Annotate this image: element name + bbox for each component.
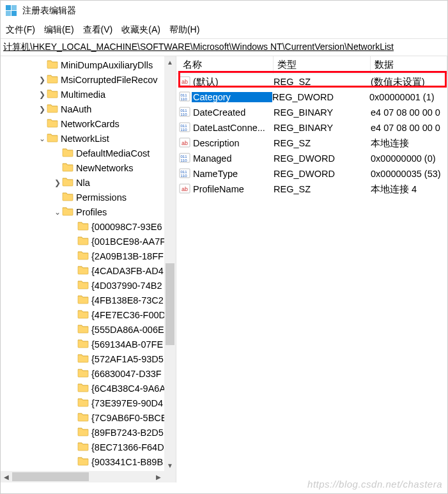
menu-file[interactable]: 文件(F) <box>6 24 35 36</box>
tree-item-label: {8EC71366-F64D <box>91 442 164 452</box>
binary-value-icon: 011110 <box>179 91 193 104</box>
tree-item[interactable]: ❯Nla <box>1 175 176 190</box>
folder-icon <box>77 294 91 306</box>
tree-item[interactable]: ·{4FB138E8-73C2 <box>1 293 176 307</box>
svg-text:110: 110 <box>181 128 188 132</box>
tree-item-label: {555DA86A-006E <box>91 325 164 335</box>
tree-item-label: NaAuth <box>61 104 91 114</box>
tree-item[interactable]: ·{89FB7243-B2D5 <box>1 425 176 440</box>
tree-item[interactable]: ⌄NetworkList <box>1 131 176 146</box>
tree-item-label: {2A09B13B-18FF <box>91 251 164 261</box>
tree-item[interactable]: ·{4D037990-74B2 <box>1 278 176 293</box>
tree-item-label: {001BCE98-AA7F <box>91 236 166 247</box>
tree-item[interactable]: ·MiniDumpAuxiliaryDlls <box>1 58 176 72</box>
tree-caret-icon[interactable]: ❯ <box>38 105 47 114</box>
value-list[interactable]: ab(默认)REG_SZ(数值未设置)011110CategoryREG_DWO… <box>176 74 447 197</box>
tree-item[interactable]: ·{4CADA3FB-AD4 <box>1 263 176 278</box>
tree-scrollbar-horizontal[interactable]: ◀ ▶ <box>1 471 164 482</box>
value-row[interactable]: 011110NameTypeREG_DWORD0x00000035 (53) <box>176 166 447 181</box>
folder-icon <box>77 412 91 424</box>
string-value-icon: ab <box>179 183 193 196</box>
value-data: 0x00000001 (1) <box>369 92 447 102</box>
tree-item[interactable]: ·{2A09B13B-18FF <box>1 249 176 263</box>
tree-caret-icon[interactable]: ❯ <box>38 90 47 99</box>
tree-caret-icon[interactable]: ⌄ <box>38 134 47 143</box>
folder-icon <box>77 456 91 468</box>
menu-fav[interactable]: 收藏夹(A) <box>121 24 160 36</box>
scroll-down-arrow-icon[interactable]: ▼ <box>164 459 176 471</box>
tree-item[interactable]: ·DefaultMediaCost <box>1 146 176 160</box>
tree-item[interactable]: ·{903341C1-B89B <box>1 454 176 469</box>
tree-item[interactable]: ⌄Profiles <box>1 205 176 219</box>
tree-pane: ·MiniDumpAuxiliaryDlls❯MsiCorruptedFileR… <box>1 56 176 482</box>
value-row[interactable]: abProfileNameREG_SZ本地连接 4 <box>176 181 447 197</box>
tree-item[interactable]: ·{8EC71366-F64D <box>1 440 176 454</box>
scroll-right-arrow-icon[interactable]: ▶ <box>153 471 164 482</box>
tree-item-label: {4CADA3FB-AD4 <box>91 266 164 276</box>
list-pane: 名称 类型 数据 ab(默认)REG_SZ(数值未设置)011110Catego… <box>176 56 447 482</box>
scroll-up-arrow-icon[interactable]: ▲ <box>164 56 176 68</box>
tree-item[interactable]: ·{6C4B38C4-9A6A <box>1 381 176 396</box>
tree-item[interactable]: ·{4FE7EC36-F00D <box>1 307 176 322</box>
tree-item[interactable]: ·{73E397E9-90D4 <box>1 396 176 410</box>
tree-item-label: Multimedia <box>61 89 105 100</box>
titlebar: 注册表编辑器 <box>1 1 447 21</box>
folder-icon <box>47 88 61 100</box>
folder-icon <box>62 206 76 218</box>
address-bar[interactable]: 计算机\HKEY_LOCAL_MACHINE\SOFTWARE\Microsof… <box>1 39 447 56</box>
menu-help[interactable]: 帮助(H) <box>169 24 199 36</box>
value-row[interactable]: ab(默认)REG_SZ(数值未设置) <box>176 74 447 89</box>
tree-item-label: MsiCorruptedFileRecov <box>61 75 158 85</box>
tree-item[interactable]: ❯NaAuth <box>1 102 176 116</box>
tree-item[interactable]: ·Permissions <box>1 190 176 205</box>
tree-item[interactable]: ·{001BCE98-AA7F <box>1 234 176 249</box>
menu-edit[interactable]: 编辑(E) <box>44 24 74 36</box>
folder-icon <box>77 367 91 380</box>
tree-item[interactable]: ❯MsiCorruptedFileRecov <box>1 72 176 87</box>
scroll-thumb-horizontal[interactable] <box>12 472 89 481</box>
string-value-icon: ab <box>179 137 193 150</box>
value-row[interactable]: 011110ManagedREG_DWORD0x00000000 (0) <box>176 151 447 166</box>
folder-icon <box>77 265 91 277</box>
tree-caret-icon[interactable]: ❯ <box>38 75 47 84</box>
value-type: REG_SZ <box>274 138 371 148</box>
registry-tree[interactable]: ·MiniDumpAuxiliaryDlls❯MsiCorruptedFileR… <box>1 56 176 482</box>
value-name: DateCreated <box>193 107 274 118</box>
value-name: Description <box>193 138 274 148</box>
value-row[interactable]: 011110CategoryREG_DWORD0x00000001 (1) <box>176 89 447 105</box>
tree-item[interactable]: ·NewNetworks <box>1 160 176 175</box>
value-data: 0x00000000 (0) <box>371 153 447 164</box>
scroll-left-arrow-icon[interactable]: ◀ <box>1 471 12 482</box>
value-row[interactable]: abDescriptionREG_SZ本地连接 <box>176 135 447 151</box>
folder-icon <box>47 73 61 86</box>
tree-item[interactable]: ·{572AF1A5-93D5 <box>1 351 176 366</box>
column-header-name[interactable]: 名称 <box>179 56 274 73</box>
svg-text:ab: ab <box>182 140 188 146</box>
scroll-thumb-vertical[interactable] <box>166 263 174 345</box>
tree-caret-icon[interactable]: ❯ <box>53 178 62 187</box>
folder-icon <box>77 235 91 247</box>
tree-item[interactable]: ·{7C9AB6F0-5BCE <box>1 410 176 425</box>
svg-text:110: 110 <box>181 97 188 101</box>
value-type: REG_DWORD <box>272 92 369 102</box>
column-header-data[interactable]: 数据 <box>371 56 447 73</box>
tree-scrollbar-vertical[interactable]: ▲ ▼ <box>164 56 176 471</box>
tree-item-label: NetworkCards <box>61 119 120 129</box>
column-header-type[interactable]: 类型 <box>274 56 371 73</box>
address-text: 计算机\HKEY_LOCAL_MACHINE\SOFTWARE\Microsof… <box>3 42 394 53</box>
value-row[interactable]: 011110DateCreatedREG_BINARYe4 07 08 00 0… <box>176 105 447 120</box>
tree-item[interactable]: ·{000098C7-93E6 <box>1 219 176 234</box>
string-value-icon: ab <box>179 75 193 89</box>
app-icon <box>6 5 17 17</box>
value-row[interactable]: 011110DateLastConne...REG_BINARYe4 07 08… <box>176 120 447 135</box>
tree-item[interactable]: ·{555DA86A-006E <box>1 322 176 337</box>
menu-view[interactable]: 查看(V) <box>83 24 113 36</box>
tree-item[interactable]: ·NetworkCards <box>1 116 176 131</box>
tree-item[interactable]: ·{66830047-D33F <box>1 366 176 381</box>
tree-item[interactable]: ·{569134AB-07FE <box>1 337 176 351</box>
tree-caret-icon[interactable]: ⌄ <box>53 208 62 217</box>
tree-item[interactable]: ❯Multimedia <box>1 87 176 102</box>
svg-text:ab: ab <box>182 79 188 85</box>
folder-icon <box>47 118 61 130</box>
value-name: (默认) <box>193 76 274 88</box>
